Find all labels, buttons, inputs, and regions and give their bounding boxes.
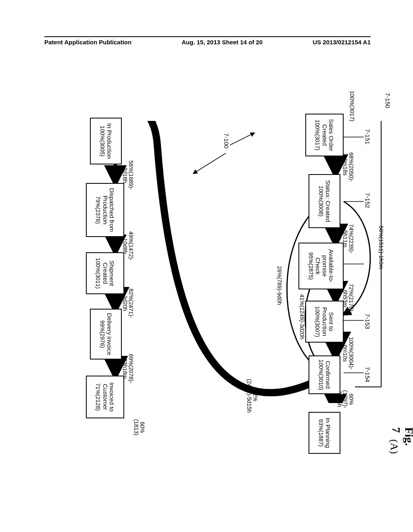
- node-sub: 100%(3005): [99, 121, 105, 161]
- node-title: Available-to- promise Check: [315, 249, 335, 283]
- ref-7-151: 7-151: [364, 129, 371, 144]
- edge-sp-cf: 100%(3004)- 6m10s: [342, 337, 354, 370]
- edge-sc-cf: 26%(789)-9d0h: [276, 266, 282, 305]
- node-shipment-created: Shipment Created 100%(3011): [86, 252, 124, 294]
- node-sub: 99%(2976): [99, 312, 105, 356]
- node-sub: 100%(3007): [314, 304, 320, 339]
- node-sub: 100%(3010): [318, 359, 324, 391]
- node-title: Sent to Production: [321, 307, 335, 336]
- node-sub: 71%(2128): [95, 379, 101, 415]
- node-dispatched: Dispatched from Production 79%(2378): [86, 183, 124, 237]
- node-in-planning: In Planning 63%(1887): [309, 412, 340, 454]
- edge-so-sc: 68%(2050)- 9m18s: [342, 152, 354, 182]
- edge-cf-inprod: 82%(2471)-5d15h: [246, 379, 258, 413]
- figure-subtitle: (A): [388, 439, 400, 454]
- node-sent-to-production: Sent to Production 100%(3007): [305, 301, 344, 343]
- edge-atp-sp: 72%(2176)- 6h53m: [342, 284, 354, 313]
- page-header: Patent Application Publication Aug. 15, …: [44, 36, 371, 46]
- ref-7-150: 7-150: [384, 93, 391, 108]
- start-label: 100%(3017): [349, 91, 355, 121]
- node-sub: 79%(2378): [95, 186, 101, 234]
- node-sub: 100%(3017): [314, 117, 320, 153]
- node-sales-order-created: Sales Order Created 100%(3017): [305, 114, 344, 156]
- ref-7-153: 7-153: [364, 314, 371, 329]
- node-title: Confirmed: [325, 361, 332, 389]
- node-title: Sales Order Created: [321, 119, 335, 151]
- node-sub: 95%(2875): [308, 246, 314, 286]
- node-sub: 63%(1887): [318, 415, 324, 451]
- node-delivery-invoice: Delivery invoice 99%(2976): [90, 309, 122, 360]
- node-title: Dispatched from Production: [102, 188, 116, 232]
- node-title: Shipment Created: [102, 260, 116, 286]
- node-confirmed: Confirmed 100%(3010): [309, 355, 340, 394]
- node-status-created: Status: Created 100%(3008): [309, 174, 340, 228]
- node-sub: 100%(3011): [95, 256, 101, 291]
- node-title: Delivery invoice: [106, 313, 113, 355]
- process-flow-diagram: Fig. 7 (A) 7-150 7-151 7-152 7-153 7-154…: [16, 121, 403, 403]
- node-title: Status: Created: [325, 180, 332, 222]
- ref-7-154: 7-154: [364, 367, 371, 382]
- header-right: US 2013/0212154 A1: [313, 39, 371, 46]
- edge-atp-cf: 41%(1249)-3d20h: [299, 294, 305, 339]
- node-title: In Production: [106, 123, 113, 159]
- edge-sc-sp: 50%(1511)-1h9m: [378, 226, 384, 269]
- header-center: Aug. 15, 2013 Sheet 14 of 20: [181, 39, 263, 46]
- end-label: 60%(1813): [133, 419, 145, 435]
- node-atp-check: Available-to- promise Check 95%(2875): [298, 243, 344, 289]
- ref-7-100: 7-100: [223, 133, 230, 148]
- ref-7-152: 7-152: [364, 193, 371, 208]
- node-title: Invoiced to Customer: [102, 382, 116, 412]
- node-in-production: In Production 100%(3005): [90, 118, 122, 164]
- node-invoiced-to-customer: Invoiced to Customer 71%(2128): [86, 376, 124, 418]
- node-sub: 100%(3008): [318, 177, 324, 225]
- header-left: Patent Application Publication: [44, 39, 131, 46]
- node-title: In Planning: [325, 418, 332, 448]
- edge-sc-atp: 74%(2239)- 5h11m: [342, 224, 354, 254]
